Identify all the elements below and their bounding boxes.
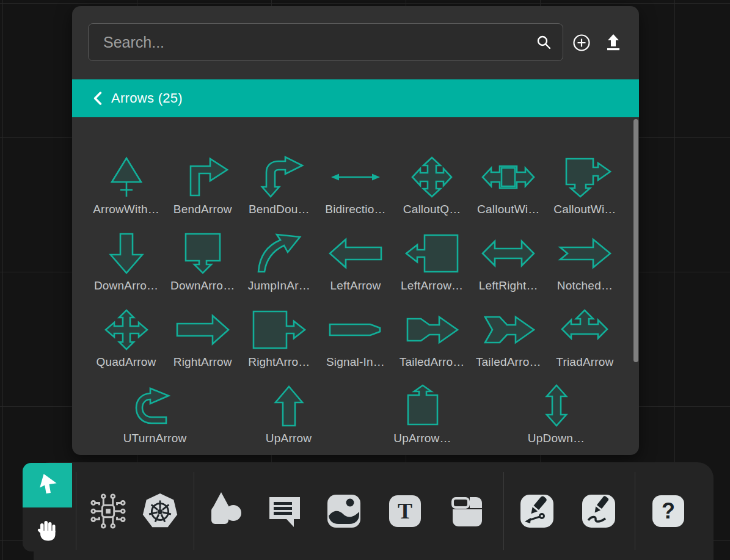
shape-item-arrow-with-cross[interactable]: ArrowWith… bbox=[88, 155, 164, 216]
shape-item-left-arrow[interactable]: LeftArrow bbox=[317, 231, 393, 293]
shape-item-bend-double-arrow[interactable]: BendDou… bbox=[241, 155, 317, 216]
shapes-icon bbox=[206, 491, 244, 531]
upload-button[interactable] bbox=[601, 31, 626, 55]
up-arrow-callout-icon bbox=[392, 384, 453, 428]
cursor-icon bbox=[35, 473, 60, 497]
shape-item-quad-arrow[interactable]: QuadArrow bbox=[88, 308, 164, 369]
shape-label: Signal-In… bbox=[326, 355, 385, 369]
shape-item-callout-left-right-arrow[interactable]: CalloutWi… bbox=[470, 155, 547, 216]
select-tool[interactable] bbox=[23, 463, 72, 507]
shape-label: LeftRight… bbox=[479, 279, 538, 293]
hand-icon bbox=[35, 517, 60, 542]
shape-library-panel: Arrows (25) ArrowWith…BendArrowBendDou…B… bbox=[72, 6, 639, 455]
right-arrow-callout-icon bbox=[249, 308, 310, 352]
left-arrow-callout-icon bbox=[401, 231, 462, 275]
network-shapes-tool[interactable] bbox=[89, 492, 128, 531]
freehand-draw-tool[interactable] bbox=[579, 492, 618, 531]
tailed-arrow-block-icon bbox=[401, 308, 462, 352]
up-down-arrow-icon bbox=[526, 384, 587, 428]
shape-item-up-down-arrow[interactable]: UpDown… bbox=[489, 384, 623, 445]
signal-in-arrow-icon bbox=[325, 308, 386, 352]
shape-item-left-right-arrow[interactable]: LeftRight… bbox=[470, 231, 547, 293]
text-icon: T bbox=[387, 493, 423, 529]
shape-item-triad-arrow[interactable]: TriadArrow bbox=[547, 308, 623, 369]
note-tool[interactable] bbox=[447, 492, 486, 531]
basic-shapes-tool[interactable] bbox=[206, 492, 245, 531]
left-right-arrow-icon bbox=[478, 231, 539, 275]
shape-item-right-arrow-callout[interactable]: RightArro… bbox=[241, 308, 317, 369]
category-header[interactable]: Arrows (25) bbox=[72, 79, 639, 117]
toolbar-divider bbox=[194, 472, 194, 550]
callout-quad-arrow-icon bbox=[401, 155, 462, 199]
shape-item-notched-right-arrow[interactable]: Notched… bbox=[547, 231, 623, 293]
shape-item-u-turn-arrow[interactable]: UTurnArrow bbox=[88, 384, 222, 445]
toolbar: T? bbox=[34, 462, 714, 560]
svg-text:?: ? bbox=[662, 498, 675, 523]
shape-item-left-arrow-callout[interactable]: LeftArrow… bbox=[394, 231, 470, 293]
search-input[interactable] bbox=[89, 34, 536, 51]
shape-label: DownArro… bbox=[94, 279, 158, 293]
right-arrow-icon bbox=[172, 308, 233, 352]
text-tool[interactable]: T bbox=[385, 492, 425, 531]
help-icon: ? bbox=[651, 494, 685, 528]
shape-label: Bidirectio… bbox=[325, 203, 385, 216]
down-arrow-icon bbox=[96, 231, 157, 275]
shape-item-callout-quad-arrow[interactable]: CalloutQ… bbox=[394, 155, 470, 216]
up-arrow-icon bbox=[258, 384, 319, 428]
shape-item-callout-right-down-arrow[interactable]: CalloutWi… bbox=[547, 155, 623, 216]
callout-left-right-arrow-icon bbox=[478, 155, 539, 199]
upload-icon bbox=[605, 34, 622, 52]
search-box bbox=[88, 23, 563, 61]
arrow-with-cross-icon bbox=[96, 155, 157, 199]
shape-item-jump-in-arrow[interactable]: JumpInAr… bbox=[241, 231, 317, 293]
shape-label: DownArro… bbox=[170, 279, 235, 293]
bend-double-arrow-icon bbox=[249, 155, 310, 199]
shape-item-right-arrow[interactable]: RightArrow bbox=[164, 308, 241, 369]
add-shape-button[interactable] bbox=[569, 31, 594, 55]
shape-item-down-arrow-callout[interactable]: DownArro… bbox=[164, 231, 241, 293]
help-button[interactable]: ? bbox=[649, 492, 688, 531]
left-arrow-icon bbox=[325, 231, 386, 275]
svg-text:T: T bbox=[398, 499, 412, 523]
comment-icon bbox=[266, 492, 304, 530]
shape-item-tailed-arrow-chevron[interactable]: TailedArro… bbox=[470, 308, 547, 369]
shape-item-up-arrow-callout[interactable]: UpArrow… bbox=[356, 384, 489, 445]
shape-label: JumpInAr… bbox=[248, 279, 310, 293]
shape-label: UpArrow bbox=[266, 432, 312, 445]
shape-label: Notched… bbox=[557, 279, 613, 293]
shape-item-tailed-arrow-block[interactable]: TailedArro… bbox=[394, 308, 470, 369]
add-circle-icon bbox=[572, 33, 591, 53]
scrollbar[interactable] bbox=[633, 119, 638, 362]
pan-tool[interactable] bbox=[23, 507, 72, 552]
image-tool[interactable] bbox=[324, 492, 363, 531]
shape-label: RightArro… bbox=[248, 355, 310, 369]
shape-label: BendArrow bbox=[173, 203, 232, 216]
circuit-icon bbox=[89, 492, 127, 530]
category-label: Arrows (25) bbox=[111, 90, 183, 106]
bidirectional-arrow-icon bbox=[325, 155, 386, 199]
toolbar-divider bbox=[76, 472, 76, 550]
comment-tool[interactable] bbox=[265, 492, 304, 531]
u-turn-arrow-icon bbox=[125, 384, 186, 428]
shape-item-up-arrow[interactable]: UpArrow bbox=[222, 384, 356, 445]
jump-in-arrow-icon bbox=[249, 231, 310, 275]
canvas[interactable]: Arrows (25) ArrowWith…BendArrowBendDou…B… bbox=[0, 0, 730, 560]
shape-item-down-arrow[interactable]: DownArro… bbox=[88, 231, 164, 293]
shape-label: CalloutWi… bbox=[477, 203, 539, 216]
chevron-left-icon bbox=[93, 90, 103, 106]
shape-label: ArrowWith… bbox=[93, 203, 159, 216]
shape-item-bidirectional-arrow[interactable]: Bidirectio… bbox=[317, 155, 393, 216]
shape-label: TailedArro… bbox=[400, 355, 465, 369]
quad-arrow-icon bbox=[96, 308, 157, 352]
toolbar-divider bbox=[503, 472, 504, 550]
shape-label: UTurnArrow bbox=[123, 432, 187, 445]
shape-label: QuadArrow bbox=[97, 355, 156, 369]
shape-item-signal-in-arrow[interactable]: Signal-In… bbox=[317, 308, 393, 369]
shape-item-bend-arrow[interactable]: BendArrow bbox=[164, 155, 241, 216]
pen-arrow-icon bbox=[519, 493, 555, 529]
kubernetes-shapes-tool[interactable] bbox=[141, 492, 180, 531]
draw-arrow-tool[interactable] bbox=[517, 492, 557, 531]
triad-arrow-icon bbox=[554, 308, 615, 352]
shape-label: BendDou… bbox=[249, 203, 310, 216]
shape-label: LeftArrow… bbox=[401, 279, 463, 293]
